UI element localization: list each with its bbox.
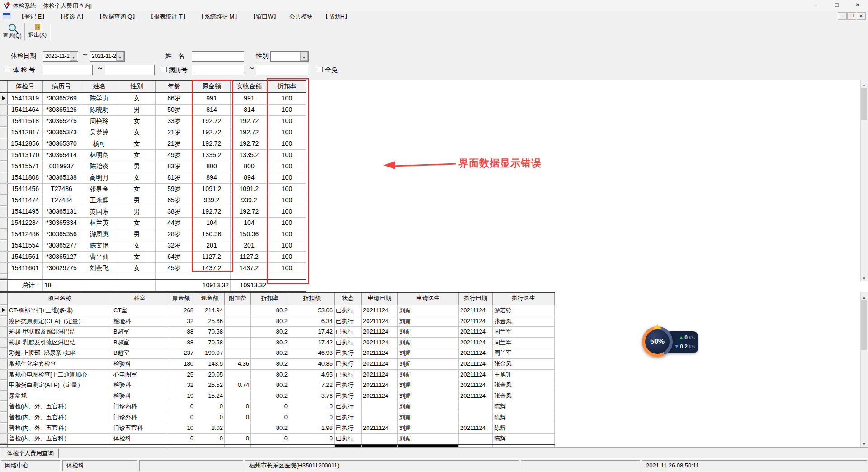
grid-cell[interactable]: 0 [289, 434, 335, 444]
grid-cell[interactable]: 4.95 [289, 370, 335, 380]
grid-cell[interactable]: 男 [118, 195, 156, 206]
grid-cell[interactable]: 已执行 [335, 316, 362, 327]
grid-cell[interactable]: 甲胎蛋白测定(AFP)（定量） [8, 380, 112, 391]
table-row[interactable]: 甲胎蛋白测定(AFP)（定量）检验科3225.520.7480.27.22已执行… [0, 380, 555, 391]
row-indicator[interactable] [0, 423, 8, 434]
grid-cell[interactable]: 刘媚 [398, 391, 459, 401]
row-indicator[interactable] [0, 206, 8, 217]
grid-cell[interactable]: 1127.2 [193, 252, 231, 262]
free-checkbox[interactable] [317, 67, 323, 72]
grid-cell[interactable] [459, 412, 493, 423]
grid-cell[interactable]: 陈辉 [493, 412, 555, 423]
grid-cell[interactable]: 刘媚 [398, 305, 459, 316]
grid-cell[interactable]: 192.72 [193, 138, 231, 149]
grid-cell[interactable]: 100 [268, 218, 306, 229]
grid-cell[interactable]: 1091.2 [193, 184, 231, 195]
grid-cell[interactable]: 已执行 [335, 359, 362, 369]
grid-cell[interactable]: *30365275 [43, 116, 80, 127]
grid-cell[interactable]: 104 [193, 218, 231, 229]
grid-cell[interactable]: 192.72 [193, 127, 231, 138]
column-header[interactable]: 执行日期 [459, 293, 493, 305]
date-from-select[interactable]: 2021-11-24 [43, 51, 78, 62]
grid-cell[interactable]: *30365126 [43, 105, 80, 115]
grid-cell[interactable]: 普检(内、外、五官科） [8, 423, 112, 434]
grid-cell[interactable]: 刘媚 [398, 327, 459, 337]
grid-cell[interactable]: 普检(内、外、五官科） [8, 434, 112, 444]
grid-cell[interactable]: 32 [167, 380, 195, 391]
grid-cell[interactable]: 女 [118, 93, 156, 104]
grid-cell[interactable]: 1437.2 [193, 263, 231, 274]
exit-button[interactable]: 退出(X) [27, 23, 48, 41]
row-indicator[interactable] [0, 184, 8, 195]
grid-cell[interactable]: 0 [251, 401, 289, 412]
grid-cell[interactable]: 15412817 [8, 127, 43, 138]
grid-cell[interactable] [225, 305, 251, 316]
column-header[interactable]: 病历号 [43, 81, 80, 92]
menu-item-4[interactable]: 【报表统计 T】 [143, 11, 193, 22]
table-row[interactable]: 彩超-上腹部+泌尿系+妇科B超室237190.0780.246.93已执行202… [0, 348, 555, 359]
grid-cell[interactable]: 高明月 [80, 172, 118, 183]
grid-cell[interactable]: 80.2 [251, 348, 289, 358]
grid-cell[interactable]: 20211124 [459, 370, 493, 380]
row-indicator[interactable] [0, 391, 8, 401]
grid-cell[interactable]: 100 [268, 150, 306, 161]
row-indicator[interactable] [0, 252, 8, 262]
grid-cell[interactable]: 80.2 [251, 305, 289, 316]
row-indicator[interactable] [0, 401, 8, 412]
grid-cell[interactable]: 894 [193, 172, 231, 183]
tab-person-fee-query[interactable]: 体检个人费用查询 [2, 448, 59, 458]
grid-cell[interactable]: 普检(内、外、五官科） [8, 412, 112, 423]
menu-item-6[interactable]: 【窗口W】 [245, 11, 284, 22]
grid-cell[interactable]: 939.2 [193, 195, 231, 206]
grid-cell[interactable]: 已执行 [335, 348, 362, 358]
row-indicator[interactable] [0, 348, 8, 358]
scroll-up-icon[interactable] [861, 292, 868, 300]
grid-cell[interactable]: 0 [289, 401, 335, 412]
grid-cell[interactable]: 15411601 [8, 263, 43, 274]
grid-cell[interactable]: 心电图室 [112, 370, 167, 380]
grid-cell[interactable]: 190.07 [195, 348, 225, 358]
table-row[interactable]: 普检(内、外、五官科）体检科00000已执行刘媚陈辉 [0, 434, 555, 444]
grid-cell[interactable]: 192.72 [193, 206, 231, 217]
column-header[interactable]: 原金额 [167, 293, 195, 305]
grid-cell[interactable]: 268 [167, 305, 195, 316]
grid-cell[interactable]: 88 [167, 327, 195, 337]
grid-cell[interactable]: 1335.2 [231, 150, 268, 161]
grid-cell[interactable]: 180 [167, 359, 195, 369]
grid-cell[interactable]: 常规心电图检查[十二通道加心 [8, 370, 112, 380]
record-no-from-input[interactable] [192, 65, 244, 75]
grid-cell[interactable]: 癌胚抗原测定(CEA)（定量） [8, 316, 112, 327]
name-input[interactable] [192, 51, 244, 62]
grid-cell[interactable]: 曹平仙 [80, 252, 118, 262]
grid-cell[interactable] [156, 280, 193, 291]
grid-cell[interactable]: 15411808 [8, 172, 43, 183]
grid-cell[interactable]: 已执行 [335, 423, 362, 434]
grid-cell[interactable]: 20.05 [195, 370, 225, 380]
grid-cell[interactable]: 201 [193, 240, 231, 251]
row-indicator[interactable] [0, 240, 8, 251]
grid-cell[interactable]: 尿常规 [8, 391, 112, 401]
grid-cell[interactable]: 周兰军 [493, 327, 555, 337]
row-indicator[interactable] [0, 316, 8, 327]
row-indicator[interactable] [0, 150, 8, 161]
grid-cell[interactable]: 刘媚 [398, 359, 459, 369]
row-indicator[interactable] [0, 229, 8, 240]
grid-cell[interactable]: 林兰英 [80, 218, 118, 229]
table-row[interactable]: 15411456T27486张泉金女59岁1091.21091.2100 [0, 184, 306, 195]
grid-cell[interactable]: 800 [193, 161, 231, 172]
table-row[interactable]: 15411319*30365269陈学贞女66岁991991100 [0, 93, 306, 105]
grid-cell[interactable]: 192.72 [231, 206, 268, 217]
grid-cell[interactable]: 刘媚 [398, 370, 459, 380]
row-indicator[interactable] [0, 359, 8, 369]
grid-cell[interactable]: 100 [268, 172, 306, 183]
grid-cell[interactable]: 已执行 [335, 370, 362, 380]
grid-cell[interactable]: 20211124 [459, 391, 493, 401]
grid-cell[interactable]: CT室 [112, 305, 167, 316]
grid-cell[interactable]: 20211124 [459, 359, 493, 369]
grid-cell[interactable]: 周兰军 [493, 348, 555, 358]
grid-cell[interactable]: 15412486 [8, 229, 43, 240]
grid-cell[interactable]: 男 [118, 161, 156, 172]
table-row[interactable]: 15411474T27484王永辉男65岁939.2939.2100 [0, 195, 306, 206]
grid-cell[interactable]: 100 [268, 206, 306, 217]
column-header[interactable]: 申请医生 [398, 293, 459, 305]
